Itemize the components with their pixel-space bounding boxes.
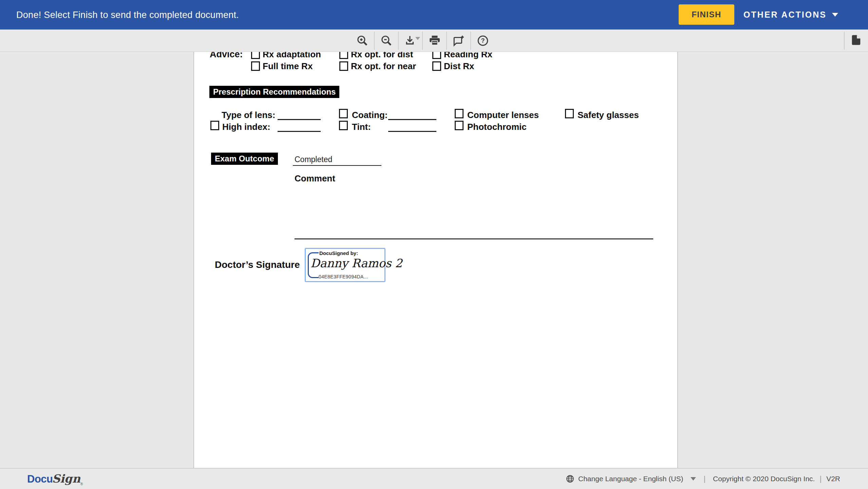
logo-registered-mark: ® bbox=[80, 482, 83, 486]
document-page: Advice: Rx adaptation Rx opt. for dist R… bbox=[193, 52, 678, 468]
type-of-lens-label: Type of lens: bbox=[222, 110, 275, 120]
zoom-in-button[interactable] bbox=[351, 30, 374, 52]
add-comment-icon bbox=[453, 35, 465, 47]
advice-option-label: Rx adaptation bbox=[263, 52, 321, 60]
checkbox-full-time-rx bbox=[251, 61, 260, 71]
checkbox-rx-opt-dist bbox=[339, 52, 348, 59]
checkbox-dist-rx bbox=[432, 61, 441, 71]
other-actions-button[interactable]: OTHER ACTIONS bbox=[743, 0, 838, 30]
comment-label: Comment bbox=[295, 173, 335, 184]
help-button[interactable]: ? bbox=[471, 30, 494, 52]
docusign-signature-stamp: DocuSigned by: Danny Ramos 2 04E8E3FFE90… bbox=[305, 248, 385, 282]
coating-blank bbox=[388, 119, 436, 120]
pages-icon bbox=[850, 34, 863, 47]
advice-option-label: Dist Rx bbox=[444, 61, 474, 72]
change-language-label: Change Language - English (US) bbox=[578, 475, 683, 483]
change-language-button[interactable]: Change Language - English (US) bbox=[566, 475, 696, 483]
logo-docu-text: Docu bbox=[27, 473, 53, 485]
page-thumbnails-button[interactable] bbox=[844, 30, 868, 52]
checkbox-tint bbox=[339, 121, 348, 130]
other-actions-label: OTHER ACTIONS bbox=[743, 10, 827, 20]
copyright-text: Copyright © 2020 DocuSign Inc. bbox=[713, 475, 815, 483]
document-scroll-area[interactable]: Advice: Rx adaptation Rx opt. for dist R… bbox=[0, 52, 868, 468]
footer: DocuSign® Change Language - English (US)… bbox=[0, 468, 868, 489]
top-banner: Done! Select Finish to send the complete… bbox=[0, 0, 868, 30]
exam-outcome-underline bbox=[293, 165, 381, 166]
signature-name: Danny Ramos 2 bbox=[310, 256, 402, 270]
globe-icon bbox=[566, 475, 574, 483]
checkbox-photochromic bbox=[455, 121, 464, 130]
document-toolbar: ? bbox=[0, 30, 868, 52]
checkbox-reading-rx bbox=[432, 52, 441, 59]
download-icon bbox=[404, 35, 417, 47]
exam-outcome-header: Exam Outcome bbox=[211, 153, 278, 165]
advice-option-label: Full time Rx bbox=[263, 61, 313, 72]
tint-label: Tint: bbox=[352, 121, 371, 132]
docusign-logo: DocuSign® bbox=[27, 472, 83, 486]
zoom-out-icon bbox=[380, 35, 393, 47]
prescription-recommendations-header: Prescription Recommendations bbox=[209, 86, 339, 98]
signature-id: 04E8E3FFE9094DA... bbox=[319, 274, 368, 279]
exam-outcome-value: Completed bbox=[295, 155, 332, 164]
print-icon bbox=[429, 35, 441, 47]
print-button[interactable] bbox=[423, 30, 446, 52]
checkbox-safety-glasses bbox=[565, 109, 574, 118]
doctors-signature-label: Doctor’s Signature bbox=[215, 259, 300, 270]
finish-button[interactable]: FINISH bbox=[679, 4, 734, 25]
checkbox-rx-opt-near bbox=[339, 61, 348, 71]
checkbox-high-index bbox=[210, 121, 219, 130]
high-index-blank bbox=[278, 131, 321, 132]
docusign-signing-app: Done! Select Finish to send the complete… bbox=[0, 0, 868, 489]
help-icon: ? bbox=[477, 35, 489, 47]
photochromic-label: Photochromic bbox=[467, 121, 527, 132]
banner-message: Done! Select Finish to send the complete… bbox=[16, 9, 239, 20]
advice-option-label: Rx opt. for dist bbox=[351, 52, 413, 60]
checkbox-computer-lenses bbox=[455, 109, 464, 118]
checkbox-rx-adaptation bbox=[251, 52, 260, 59]
computer-lenses-label: Computer lenses bbox=[467, 110, 539, 120]
download-button[interactable] bbox=[399, 30, 422, 52]
type-of-lens-blank bbox=[278, 119, 321, 120]
docusigned-by-label: DocuSigned by: bbox=[319, 250, 358, 256]
footer-divider: | bbox=[819, 474, 822, 483]
high-index-label: High index: bbox=[222, 121, 270, 132]
advice-option-label: Reading Rx bbox=[444, 52, 492, 60]
advice-label: Advice: bbox=[210, 52, 243, 60]
zoom-in-icon bbox=[356, 35, 369, 47]
tint-blank bbox=[388, 131, 436, 132]
footer-divider: | bbox=[703, 474, 705, 483]
safety-glasses-label: Safety glasses bbox=[578, 110, 639, 120]
svg-text:?: ? bbox=[481, 37, 485, 44]
version-text: V2R bbox=[826, 475, 840, 483]
download-options-caret-icon bbox=[415, 37, 420, 40]
coating-label: Coating: bbox=[352, 110, 388, 120]
footer-right-group: Change Language - English (US) | Copyrig… bbox=[566, 469, 840, 489]
zoom-out-button[interactable] bbox=[375, 30, 398, 52]
comment-underline bbox=[295, 238, 653, 239]
language-caret-icon bbox=[691, 477, 696, 481]
toolbar-icon-group: ? bbox=[351, 30, 494, 52]
chevron-down-icon bbox=[832, 13, 838, 17]
checkbox-coating bbox=[339, 109, 348, 118]
logo-sign-text: Sign bbox=[52, 472, 80, 485]
add-comment-button[interactable] bbox=[447, 30, 470, 52]
advice-option-label: Rx opt. for near bbox=[351, 61, 416, 72]
